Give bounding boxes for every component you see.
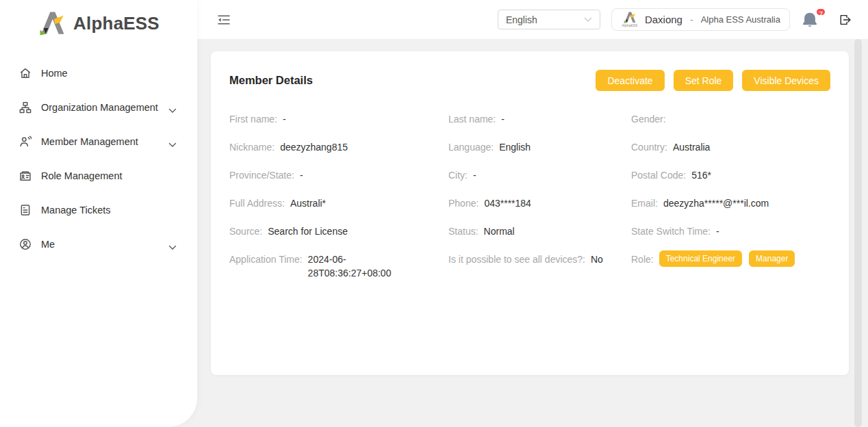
- role-badge: Technical Engineer: [659, 250, 742, 267]
- topbar: English AlphaESS Daxiong - Alpha ESS Aus…: [197, 0, 868, 39]
- sidebar-item-organization-management[interactable]: Organization Management: [0, 90, 197, 125]
- brand-name: AlphaESS: [73, 13, 159, 34]
- field-state-switch-time: State Switch Time: -: [631, 224, 830, 238]
- field-language: Language: English: [448, 140, 631, 154]
- card-header: Member Details Deactivate Set Role Visib…: [211, 51, 849, 91]
- field-status: Status: Normal: [448, 224, 631, 238]
- sidebar-menu: Home Organization Management: [0, 56, 197, 261]
- ticket-doc-icon: [19, 204, 31, 216]
- sidebar-item-label: Manage Tickets: [41, 205, 177, 216]
- field-application-time: Application Time: 2024-06-28T08:36:27+08…: [229, 253, 448, 280]
- field-see-all-devices: Is it possible to see all devices?: No: [448, 253, 631, 266]
- menu-fold-icon[interactable]: [218, 14, 230, 25]
- sidebar-item-me[interactable]: Me: [0, 227, 197, 261]
- sidebar-item-label: Organization Management: [41, 102, 168, 113]
- me-icon: [19, 238, 31, 250]
- sidebar-item-label: Me: [41, 239, 168, 250]
- visible-devices-button[interactable]: Visible Devices: [742, 70, 830, 91]
- sidebar-item-label: Role Management: [41, 170, 177, 181]
- chevron-down-icon: [168, 105, 177, 110]
- field-source: Source: Search for License: [229, 224, 448, 238]
- notifications-button[interactable]: 7: [802, 12, 818, 28]
- deactivate-button[interactable]: Deactivate: [596, 70, 664, 91]
- notification-count-badge: 7: [815, 8, 826, 16]
- field-country: Country: Australia: [631, 140, 830, 154]
- topbar-right-group: English AlphaESS Daxiong - Alpha ESS Aus…: [498, 8, 852, 31]
- field-full-address: Full Address: Australi*: [229, 196, 448, 210]
- field-gender: Gender:: [631, 112, 830, 126]
- scrollbar-thumb[interactable]: [854, 39, 862, 427]
- field-first-name: First name: -: [229, 112, 448, 126]
- chevron-down-icon: [584, 17, 592, 23]
- brand-logo: AlphaESS: [0, 8, 197, 39]
- mini-logo-caption: AlphaESS: [622, 23, 638, 27]
- member-details-card: Member Details Deactivate Set Role Visib…: [211, 51, 849, 375]
- member-fields-grid: First name: - Last name: - Gender: Nickn…: [211, 112, 849, 280]
- language-select[interactable]: English: [498, 10, 600, 29]
- sidebar: AlphaESS Home Organizat: [0, 0, 197, 427]
- chevron-down-icon: [168, 139, 177, 144]
- field-province-state: Province/State: -: [229, 168, 448, 182]
- alphaess-logo-icon: [38, 11, 66, 36]
- sidebar-item-member-management[interactable]: Member Management: [0, 125, 197, 159]
- card-actions: Deactivate Set Role Visible Devices: [587, 70, 830, 91]
- alphaess-mini-logo: AlphaESS: [621, 12, 639, 27]
- field-email: Email: deezyzha*****@***il.com: [631, 196, 830, 210]
- user-chip-separator: -: [690, 14, 693, 25]
- field-nickname: Nickname: deezyzhang815: [229, 140, 448, 154]
- sidebar-item-label: Home: [41, 68, 177, 79]
- page-scrollbar: [854, 39, 862, 427]
- sidebar-item-manage-tickets[interactable]: Manage Tickets: [0, 193, 197, 227]
- field-phone: Phone: 043****184: [448, 196, 631, 210]
- user-organization: Alpha ESS Australia: [701, 14, 780, 25]
- field-last-name: Last name: -: [448, 112, 631, 126]
- role-badges: Technical Engineer Manager: [659, 250, 795, 267]
- language-select-value: English: [506, 14, 537, 25]
- field-postal-code: Postal Code: 516*: [631, 168, 830, 182]
- sidebar-item-home[interactable]: Home: [0, 56, 197, 90]
- user-name: Daxiong: [645, 14, 682, 25]
- home-icon: [19, 67, 31, 79]
- field-role: Role: Technical Engineer Manager: [631, 253, 830, 267]
- chevron-down-icon: [168, 242, 177, 247]
- role-badge: Manager: [749, 250, 795, 267]
- org-chart-icon: [19, 101, 31, 114]
- card-title: Member Details: [229, 74, 313, 87]
- sidebar-item-role-management[interactable]: Role Management: [0, 159, 197, 193]
- sidebar-item-label: Member Management: [41, 136, 168, 147]
- set-role-button[interactable]: Set Role: [674, 70, 734, 91]
- role-card-icon: [19, 170, 31, 182]
- logout-icon[interactable]: [839, 14, 852, 26]
- member-icon: [19, 135, 31, 148]
- user-account-chip[interactable]: AlphaESS Daxiong - Alpha ESS Australia: [611, 8, 790, 31]
- field-city: City: -: [448, 168, 631, 182]
